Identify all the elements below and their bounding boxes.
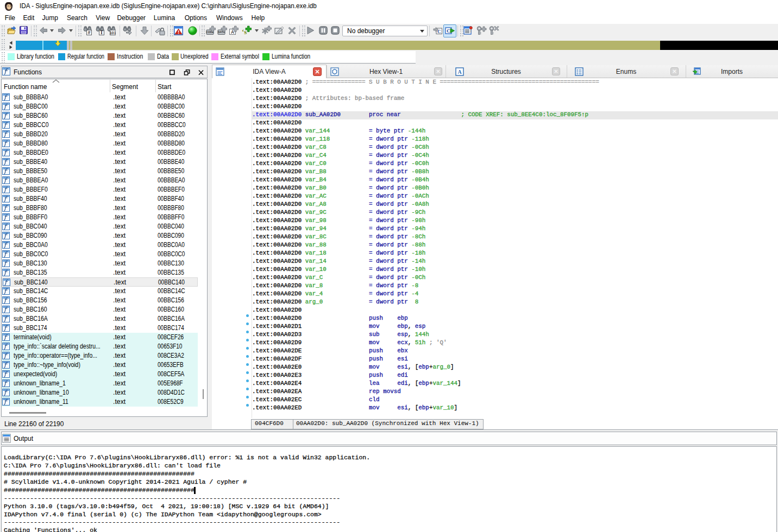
svg-text:101: 101 bbox=[110, 31, 116, 35]
svg-text:C: C bbox=[447, 28, 450, 34]
svg-text:#: # bbox=[87, 30, 90, 35]
svg-text:A: A bbox=[231, 29, 234, 35]
svg-text:T: T bbox=[100, 30, 104, 35]
